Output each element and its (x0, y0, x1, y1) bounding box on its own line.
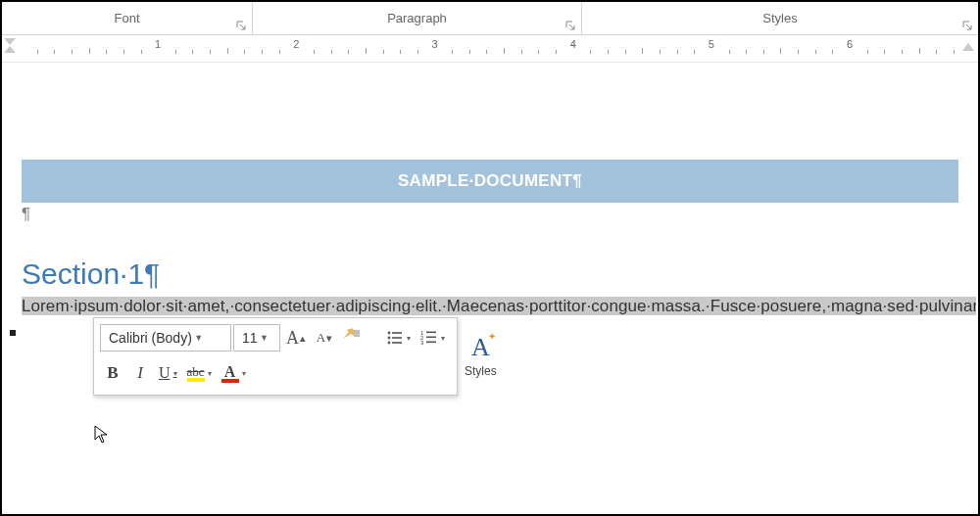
paragraph-dialog-launcher-icon[interactable] (564, 19, 577, 32)
svg-rect-8 (426, 332, 436, 334)
svg-rect-4 (392, 337, 402, 339)
ribbon-group-paragraph: Paragraph (253, 2, 582, 34)
svg-rect-2 (392, 332, 402, 334)
underline-button[interactable]: U (155, 359, 181, 387)
chevron-down-icon[interactable]: ▼ (258, 333, 271, 343)
svg-rect-12 (426, 342, 436, 344)
ruler-number: 2 (293, 38, 299, 50)
bold-button[interactable]: B (100, 359, 125, 387)
ribbon-group-labels: Font Paragraph Styles (2, 2, 978, 35)
font-name-combo[interactable]: Calibri (Body) ▼ (100, 324, 231, 352)
mini-toolbar: Calibri (Body) ▼ 11 ▼ A▴ A▾ B I U (93, 317, 458, 396)
svg-rect-0 (354, 330, 360, 337)
svg-point-1 (388, 332, 391, 335)
shrink-font-button[interactable]: A▾ (312, 324, 337, 352)
svg-rect-10 (426, 337, 436, 339)
svg-rect-6 (392, 342, 402, 344)
styles-button[interactable]: A✦ Styles (465, 322, 497, 389)
font-dialog-launcher-icon[interactable] (234, 19, 248, 32)
horizontal-ruler[interactable]: 123456 (2, 35, 978, 63)
ribbon-group-styles: Styles (582, 2, 978, 34)
bullets-button[interactable] (382, 324, 415, 352)
svg-text:3: 3 (420, 340, 424, 346)
anchor-marker-icon (10, 330, 16, 336)
highlight-color-button[interactable]: abc (183, 359, 216, 387)
ruler-number: 6 (847, 38, 853, 50)
format-painter-button[interactable] (339, 324, 367, 352)
empty-paragraph-mark[interactable]: ¶ (22, 205, 958, 224)
font-color-button[interactable]: A (218, 359, 250, 387)
ribbon-group-font-label: Font (114, 11, 139, 25)
ruler-number: 3 (431, 38, 437, 50)
font-size-combo[interactable]: 11 ▼ (233, 324, 280, 352)
right-indent-marker-icon[interactable] (962, 43, 974, 51)
styles-dialog-launcher-icon[interactable] (960, 19, 974, 32)
heading-section-1[interactable]: Section·1¶ (22, 258, 958, 291)
ribbon-group-styles-label: Styles (762, 11, 797, 25)
selected-text[interactable]: Lorem·ipsum·dolor·sit·amet,·consectetuer… (22, 297, 976, 315)
svg-point-5 (388, 342, 391, 345)
chevron-down-icon[interactable]: ▼ (192, 333, 206, 343)
body-paragraph[interactable]: Lorem·ipsum·dolor·sit·amet,·consectetuer… (22, 295, 958, 317)
svg-point-3 (388, 337, 391, 340)
indent-markers-icon[interactable] (4, 38, 16, 54)
ruler-number: 4 (570, 38, 576, 50)
grow-font-button[interactable]: A▴ (282, 324, 310, 352)
font-name-value: Calibri (Body) (109, 330, 192, 346)
font-size-value: 11 (242, 330, 258, 346)
sparkle-icon: ✦ (488, 331, 496, 342)
document-title-banner[interactable]: SAMPLE·DOCUMENT¶ (22, 160, 958, 203)
ribbon-group-font: Font (2, 2, 253, 34)
ribbon-group-paragraph-label: Paragraph (387, 11, 447, 25)
ruler-number: 1 (155, 38, 161, 50)
document-area[interactable]: SAMPLE·DOCUMENT¶ ¶ Section·1¶ Lorem·ipsu… (4, 64, 976, 512)
ruler-number: 5 (709, 38, 714, 50)
numbering-button[interactable]: 123 (416, 324, 449, 352)
italic-button[interactable]: I (127, 359, 153, 387)
